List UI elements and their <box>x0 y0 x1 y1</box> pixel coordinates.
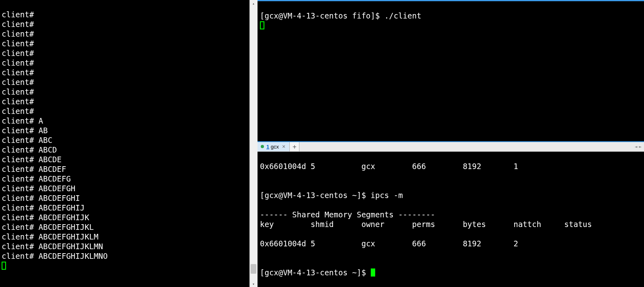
tab-nav-arrows: ◄ ► <box>632 142 644 151</box>
output-line: client# <box>2 10 39 19</box>
output-line: client# ABCDEFGHIJKL <box>2 223 94 231</box>
shell-prompt: [gcx@VM-4-13-centos ~]$ <box>260 191 371 200</box>
tab-number: 1 <box>266 144 269 150</box>
cursor-icon <box>260 21 264 29</box>
output-line: client# ABCDEFGHIJ <box>2 203 85 212</box>
output-line: client# ABCD <box>2 145 57 154</box>
ipcs-row-key: 0x6601004d <box>260 162 306 171</box>
output-line: client# ABCDE <box>2 155 62 164</box>
chevron-left-icon[interactable]: ◄ <box>635 144 638 149</box>
ipcs-row-key: 0x6601004d <box>260 239 306 248</box>
output-line: client# AB <box>2 126 48 135</box>
command-text: ipcs -m <box>371 191 403 200</box>
scroll-up-icon[interactable]: ▴ <box>250 0 257 6</box>
ipcs-row-shmid: 5 <box>311 162 315 171</box>
ipcs-row-bytes: 8192 <box>463 239 481 248</box>
ipcs-row-shmid: 5 <box>311 239 315 248</box>
status-dot-icon <box>261 145 264 148</box>
close-icon[interactable]: × <box>281 143 286 150</box>
cursor-icon <box>2 262 6 270</box>
ipcs-row-owner: gcx <box>361 239 375 248</box>
output-line: client# ABCDEFG <box>2 174 71 183</box>
output-line: client# ABCDEFGHIJK <box>2 213 89 222</box>
scrollbar-thumb[interactable] <box>251 264 256 274</box>
shell-prompt: [gcx@VM-4-13-centos ~]$ <box>260 268 371 277</box>
output-line: client# ABCDEF <box>2 165 66 173</box>
tab-bar: 1 gcx × + ◄ ► <box>258 142 644 152</box>
ipcs-row-perms: 666 <box>412 239 426 248</box>
output-line: client# <box>2 20 39 29</box>
ipcs-hdr-owner: owner <box>361 220 384 229</box>
terminal-output-left: client# client# client# client# client# … <box>0 0 249 287</box>
scrollbar-left[interactable]: ▴ ▾ <box>250 0 257 287</box>
ipcs-hdr-nattch: nattch <box>513 220 541 229</box>
ipcs-hdr-bytes: bytes <box>463 220 486 229</box>
output-line: client# <box>2 49 39 58</box>
tab-label: gcx <box>271 144 279 150</box>
output-line: client# <box>2 107 39 116</box>
output-line: client# ABCDEFGHI <box>2 194 80 202</box>
output-line: client# <box>2 87 39 96</box>
output-line: client# A <box>2 116 43 125</box>
ipcs-hdr-status: status <box>564 220 592 229</box>
terminal-pane-left[interactable]: client# client# client# client# client# … <box>0 0 250 287</box>
scroll-down-icon[interactable]: ▾ <box>250 281 257 287</box>
ipcs-hdr-shmid: shmid <box>311 220 334 229</box>
command-text: ./client <box>384 11 422 20</box>
ipcs-row-nattch: 1 <box>513 162 518 171</box>
ipcs-row-bytes: 8192 <box>463 162 481 171</box>
scrollbar-track[interactable] <box>250 6 257 281</box>
tab-gcx[interactable]: 1 gcx × <box>258 142 290 151</box>
shell-prompt: [gcx@VM-4-13-centos fifo]$ <box>260 11 384 20</box>
terminal-pane-top-right[interactable]: [gcx@VM-4-13-centos fifo]$ ./client <box>258 1 644 142</box>
ipcs-heading: ------ Shared Memory Segments -------- <box>260 210 435 219</box>
output-line: client# ABCDEFGHIJKLMNO <box>2 252 108 260</box>
ipcs-row-owner: gcx <box>361 162 375 171</box>
ipcs-hdr-key: key <box>260 220 274 229</box>
cursor-icon <box>371 268 375 277</box>
add-tab-button[interactable]: + <box>290 142 299 151</box>
ipcs-row-perms: 666 <box>412 162 426 171</box>
ipcs-row-nattch: 2 <box>513 239 518 248</box>
output-line: client# <box>2 97 39 106</box>
output-line: client# ABC <box>2 136 52 145</box>
output-line: client# ABCDEFGH <box>2 184 75 193</box>
ipcs-hdr-perms: perms <box>412 220 435 229</box>
output-line: client# <box>2 68 39 77</box>
output-line: client# ABCDEFGHIJKLMN <box>2 242 103 251</box>
terminal-pane-bottom-right[interactable]: 0x6601004d 5 gcx 666 8192 1 [gcx@VM-4-13… <box>258 152 644 287</box>
output-line: client# ABCDEFGHIJKLM <box>2 232 98 241</box>
output-line: client# <box>2 39 39 48</box>
chevron-right-icon[interactable]: ► <box>639 144 642 149</box>
output-line: client# <box>2 58 39 67</box>
output-line: client# <box>2 29 39 38</box>
output-line: client# <box>2 78 39 87</box>
